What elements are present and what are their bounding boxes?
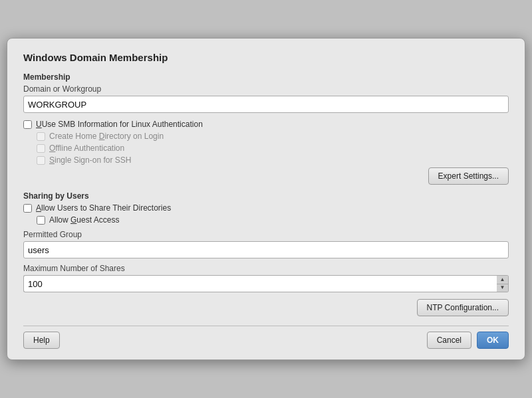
permitted-group-input[interactable] [23, 241, 509, 258]
membership-section: Membership Domain or Workgroup UUse SMB … [23, 72, 509, 165]
max-shares-label: Maximum Number of Shares [23, 264, 509, 273]
max-shares-decrement-button[interactable]: ▼ [497, 284, 508, 292]
membership-section-label: Membership [23, 72, 509, 82]
max-shares-spinner-wrap: ▲ ▼ [23, 275, 509, 292]
allow-users-checkbox[interactable] [23, 204, 32, 213]
single-sign-checkbox[interactable] [37, 156, 45, 165]
dialog-title: Windows Domain Membership [23, 52, 509, 63]
domain-or-workgroup-label: Domain or Workgroup [23, 84, 509, 94]
create-home-label: Create Home Directory on Login [49, 132, 164, 141]
cancel-button[interactable]: Cancel [427, 332, 471, 349]
expert-settings-row: Expert Settings... [23, 167, 509, 185]
sharing-section-label: Sharing by Users [23, 191, 509, 201]
max-shares-input[interactable] [23, 275, 497, 292]
allow-guest-checkbox[interactable] [37, 216, 45, 225]
use-smb-label-text: Use SMB Information for Linux Authentica… [42, 120, 203, 129]
max-shares-field: Maximum Number of Shares ▲ ▼ [23, 264, 509, 292]
ntp-configuration-button[interactable]: NTP Configuration... [417, 299, 509, 316]
offline-auth-row: Offline Authentication [23, 144, 509, 153]
permitted-group-field: Permitted Group [23, 230, 509, 258]
sharing-section: Sharing by Users Allow Users to Share Th… [23, 191, 509, 292]
permitted-group-label: Permitted Group [23, 230, 509, 239]
single-sign-row: Single Sign-on for SSH [23, 155, 509, 165]
offline-auth-checkbox[interactable] [37, 144, 45, 153]
offline-auth-label: Offline Authentication [49, 144, 124, 153]
max-shares-increment-button[interactable]: ▲ [497, 276, 508, 284]
dialog: Windows Domain Membership Membership Dom… [7, 38, 525, 360]
allow-guest-row: Allow Guest Access [23, 215, 509, 225]
allow-users-row: Allow Users to Share Their Directories [23, 203, 509, 213]
use-smb-label[interactable]: UUse SMB Information for Linux Authentic… [36, 120, 203, 129]
create-home-checkbox[interactable] [37, 132, 45, 141]
bottom-bar: Help Cancel OK [23, 326, 509, 349]
expert-settings-button[interactable]: Expert Settings... [428, 167, 509, 185]
help-button[interactable]: Help [23, 332, 60, 349]
create-home-row: Create Home Directory on Login [23, 132, 509, 141]
ntp-row: NTP Configuration... [23, 299, 509, 316]
max-shares-spinner-buttons: ▲ ▼ [497, 275, 509, 292]
allow-users-label[interactable]: Allow Users to Share Their Directories [36, 203, 171, 213]
bottom-bar-right: Cancel OK [427, 332, 509, 349]
allow-guest-label[interactable]: Allow Guest Access [49, 215, 119, 225]
domain-input[interactable] [23, 96, 509, 113]
use-smb-checkbox[interactable] [23, 120, 32, 129]
domain-label-text: Domain or Workgroup [23, 84, 101, 94]
single-sign-label: Single Sign-on for SSH [49, 155, 131, 165]
ok-button[interactable]: OK [477, 332, 509, 349]
use-smb-row: UUse SMB Information for Linux Authentic… [23, 120, 509, 129]
